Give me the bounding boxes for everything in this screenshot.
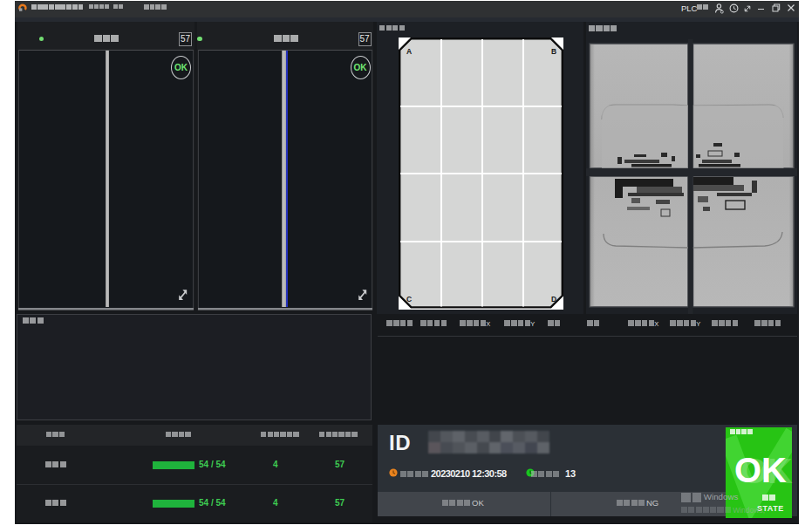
svg-text:B: B: [551, 47, 556, 56]
svg-text:D: D: [551, 295, 556, 304]
svg-text:C: C: [406, 295, 412, 304]
svg-text:A: A: [406, 47, 412, 56]
